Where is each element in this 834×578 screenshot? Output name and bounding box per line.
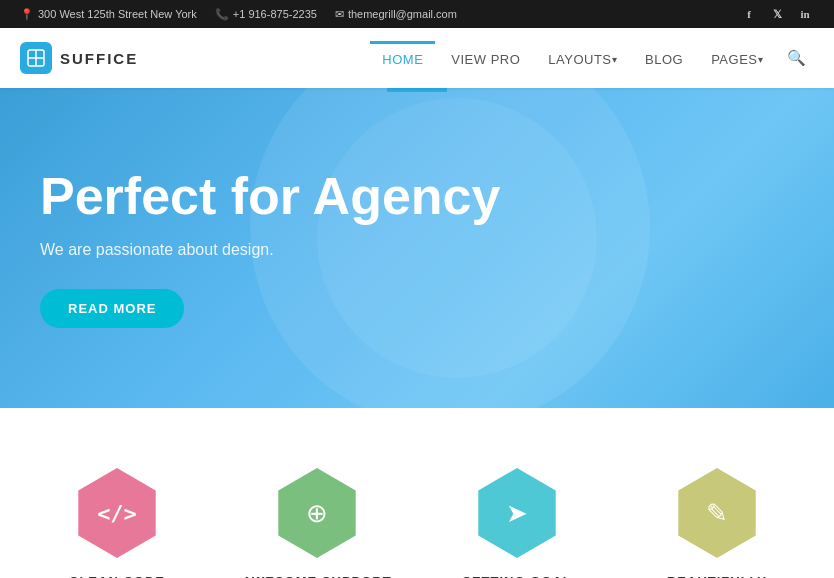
hero-content: Perfect for Agency We are passionate abo…	[40, 168, 500, 328]
awesome-support-title: AWESOME SUPPORT	[242, 574, 391, 578]
twitter-link[interactable]: 𝕏	[768, 5, 786, 23]
beautifully-designed-icon: ✎	[672, 468, 762, 558]
beautifully-designed-title: BEAUTIFULLY DESIGNED	[637, 574, 797, 578]
nav-layouts[interactable]: LAYOUTS	[536, 41, 629, 75]
setting-goal-title: SETTING GOAL	[462, 574, 572, 578]
location-icon: 📍	[20, 8, 34, 21]
address-text: 300 West 125th Street New York	[38, 8, 197, 20]
hero-subtitle: We are passionate about design.	[40, 241, 500, 259]
main-nav: HOME VIEW PRO LAYOUTS BLOG PAGES 🔍	[370, 41, 814, 75]
setting-goal-icon: ➤	[472, 468, 562, 558]
nav-pages[interactable]: PAGES	[699, 41, 775, 75]
address-item: 📍 300 West 125th Street New York	[20, 8, 197, 21]
top-bar: 📍 300 West 125th Street New York 📞 +1 91…	[0, 0, 834, 28]
feature-awesome-support: ⊕ AWESOME SUPPORT The point of using Lor…	[237, 468, 397, 578]
nav-blog[interactable]: BLOG	[633, 41, 695, 75]
logo-icon	[20, 42, 52, 74]
awesome-support-hex: ⊕	[272, 468, 362, 558]
email-icon: ✉	[335, 8, 344, 21]
nav-home[interactable]: HOME	[370, 41, 435, 75]
facebook-link[interactable]: f	[740, 5, 758, 23]
clean-code-hex: </>	[72, 468, 162, 558]
clean-code-icon: </>	[72, 468, 162, 558]
feature-beautifully-designed: ✎ BEAUTIFULLY DESIGNED The point of usin…	[637, 468, 797, 578]
phone-text: +1 916-875-2235	[233, 8, 317, 20]
clean-code-title: CLEAN CODE	[69, 574, 165, 578]
email-text: themegrill@gmail.com	[348, 8, 457, 20]
hero-tab-indicator	[387, 88, 447, 92]
read-more-button[interactable]: READ MORE	[40, 289, 184, 328]
hero-title: Perfect for Agency	[40, 168, 500, 225]
feature-setting-goal: ➤ SETTING GOAL The point of using Lorem …	[437, 468, 597, 578]
logo[interactable]: SUFFICE	[20, 42, 138, 74]
beautifully-designed-hex: ✎	[672, 468, 762, 558]
setting-goal-hex: ➤	[472, 468, 562, 558]
email-item: ✉ themegrill@gmail.com	[335, 8, 457, 21]
logo-text: SUFFICE	[60, 50, 138, 67]
phone-item: 📞 +1 916-875-2235	[215, 8, 317, 21]
linkedin-link[interactable]: in	[796, 5, 814, 23]
top-bar-contact: 📍 300 West 125th Street New York 📞 +1 91…	[20, 8, 457, 21]
awesome-support-icon: ⊕	[272, 468, 362, 558]
logo-svg	[26, 48, 46, 68]
social-links: f 𝕏 in	[740, 5, 814, 23]
feature-clean-code: </> CLEAN CODE The point of using Lorem …	[37, 468, 197, 578]
nav-viewpro[interactable]: VIEW PRO	[439, 41, 532, 75]
hero-section: Perfect for Agency We are passionate abo…	[0, 88, 834, 408]
search-button[interactable]: 🔍	[779, 41, 814, 75]
header: SUFFICE HOME VIEW PRO LAYOUTS BLOG PAGES…	[0, 28, 834, 88]
features-section: </> CLEAN CODE The point of using Lorem …	[0, 408, 834, 578]
phone-icon: 📞	[215, 8, 229, 21]
